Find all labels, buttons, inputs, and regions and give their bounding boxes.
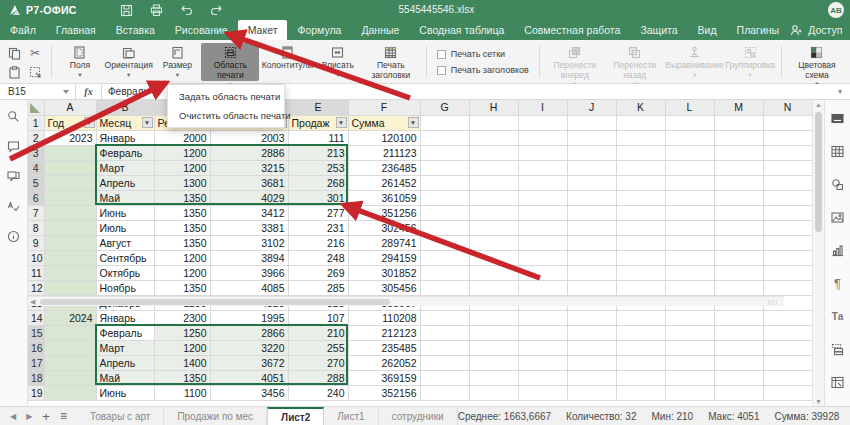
comment-panel-button[interactable] [6, 138, 22, 154]
empty-cell[interactable] [518, 340, 567, 355]
empty-cell[interactable] [518, 355, 567, 370]
cell-E2[interactable]: 111 [288, 130, 348, 145]
cell-B16[interactable]: Март [96, 340, 154, 355]
cell-A5[interactable] [44, 175, 96, 190]
cell-B14[interactable]: Январь [96, 310, 154, 325]
scroll-up-icon[interactable]: ▲ [813, 101, 824, 108]
empty-cell[interactable] [616, 235, 665, 250]
cell-F6[interactable]: 361059 [348, 190, 420, 205]
cell-D19[interactable]: 3456 [210, 385, 288, 400]
empty-cell[interactable] [616, 280, 665, 295]
empty-cell[interactable] [763, 220, 812, 235]
empty-cell[interactable] [616, 115, 665, 130]
empty-cell[interactable] [665, 385, 714, 400]
select-all-corner[interactable] [28, 100, 44, 115]
cell-E18[interactable]: 288 [288, 370, 348, 385]
empty-cell[interactable] [665, 220, 714, 235]
cell-C7[interactable]: 1350 [154, 205, 210, 220]
fit-button[interactable]: Вписать▾ [316, 43, 360, 81]
cell-F9[interactable]: 289741 [348, 235, 420, 250]
cell-F2[interactable]: 120100 [348, 130, 420, 145]
cell-C17[interactable]: 1400 [154, 355, 210, 370]
cell-C4[interactable]: 1200 [154, 160, 210, 175]
checkbox-print-grid[interactable]: Печать сетки [437, 49, 529, 59]
empty-cell[interactable] [567, 340, 616, 355]
empty-cell[interactable] [616, 205, 665, 220]
empty-cell[interactable] [567, 310, 616, 325]
shape-settings-panel-button[interactable] [830, 176, 846, 192]
margins-button[interactable]: Поля▾ [58, 43, 102, 81]
menu-tab-макет[interactable]: Макет [238, 20, 288, 40]
cell-E15[interactable]: 210 [288, 325, 348, 340]
empty-cell[interactable] [763, 340, 812, 355]
empty-cell[interactable] [518, 235, 567, 250]
cell-D9[interactable]: 3102 [210, 235, 288, 250]
next-sheet-icon[interactable]: ▶ [26, 412, 32, 421]
empty-cell[interactable] [567, 355, 616, 370]
empty-cell[interactable] [420, 385, 469, 400]
row-header-8[interactable]: 8 [28, 220, 44, 235]
empty-cell[interactable] [469, 280, 518, 295]
empty-cell[interactable] [518, 265, 567, 280]
empty-cell[interactable] [665, 265, 714, 280]
empty-cell[interactable] [420, 160, 469, 175]
empty-cell[interactable] [665, 115, 714, 130]
empty-cell[interactable] [714, 280, 763, 295]
empty-cell[interactable] [616, 160, 665, 175]
menu-tab-главная[interactable]: Главная [46, 20, 106, 40]
checkbox-icon[interactable] [437, 50, 446, 59]
cell-E9[interactable]: 216 [288, 235, 348, 250]
empty-cell[interactable] [469, 250, 518, 265]
empty-cell[interactable] [763, 280, 812, 295]
add-sheet-button[interactable]: + [42, 409, 50, 424]
empty-cell[interactable] [714, 325, 763, 340]
empty-cell[interactable] [714, 205, 763, 220]
cut-button[interactable]: ✂ [25, 44, 45, 62]
cell-B8[interactable]: Июль [96, 220, 154, 235]
cell-F19[interactable]: 352156 [348, 385, 420, 400]
cell-D11[interactable]: 3966 [210, 265, 288, 280]
empty-cell[interactable] [469, 340, 518, 355]
select-range-button[interactable] [25, 63, 45, 81]
empty-cell[interactable] [665, 370, 714, 385]
empty-cell[interactable] [714, 130, 763, 145]
row-header-2[interactable]: 2 [28, 130, 44, 145]
cell-C2[interactable]: 2000 [154, 130, 210, 145]
empty-cell[interactable] [518, 130, 567, 145]
cell-A19[interactable] [44, 385, 96, 400]
search-panel-button[interactable] [6, 108, 22, 124]
empty-cell[interactable] [567, 235, 616, 250]
table-header-cell-b[interactable]: Месяц▼ [96, 115, 154, 130]
empty-cell[interactable] [420, 340, 469, 355]
empty-cell[interactable] [665, 355, 714, 370]
column-header-A[interactable]: A [44, 100, 96, 115]
empty-cell[interactable] [616, 130, 665, 145]
sheet-tab-сотрудники[interactable]: сотрудники [379, 407, 458, 425]
empty-cell[interactable] [420, 280, 469, 295]
cell-B3[interactable]: Февраль [96, 145, 154, 160]
cell-D10[interactable]: 3894 [210, 250, 288, 265]
table-header-cell-a[interactable]: Год▼ [44, 115, 96, 130]
menu-tab-файл[interactable]: Файл [0, 20, 46, 40]
cell-D15[interactable]: 2866 [210, 325, 288, 340]
empty-cell[interactable] [518, 310, 567, 325]
sheet-tab-товары-с-арт[interactable]: Товары с арт [77, 407, 164, 425]
empty-cell[interactable] [616, 145, 665, 160]
row-header-7[interactable]: 7 [28, 205, 44, 220]
empty-cell[interactable] [567, 130, 616, 145]
access-button[interactable]: Доступ [789, 23, 842, 38]
cell-B10[interactable]: Сентябрь [96, 250, 154, 265]
cell-B7[interactable]: Июнь [96, 205, 154, 220]
empty-cell[interactable] [469, 370, 518, 385]
cell-name-box[interactable]: B15 [0, 84, 76, 99]
document-title[interactable]: 5545445546.xlsx [399, 0, 475, 20]
cell-C3[interactable]: 1200 [154, 145, 210, 160]
row-header-12[interactable]: 12 [28, 280, 44, 295]
save-button[interactable] [118, 2, 134, 18]
cell-E7[interactable]: 277 [288, 205, 348, 220]
empty-cell[interactable] [567, 325, 616, 340]
cell-A12[interactable] [44, 280, 96, 295]
cell-A3[interactable] [44, 145, 96, 160]
empty-cell[interactable] [469, 175, 518, 190]
empty-cell[interactable] [665, 340, 714, 355]
